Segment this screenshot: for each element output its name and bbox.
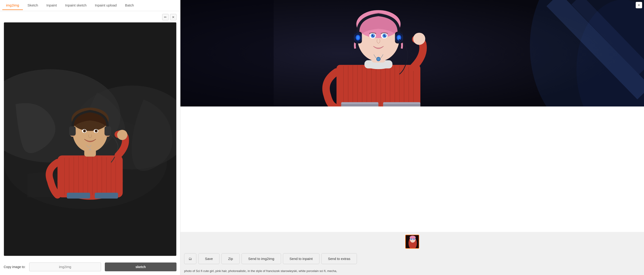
tab-inpaint-sketch[interactable]: Inpaint sketch bbox=[62, 1, 90, 10]
svg-rect-87 bbox=[383, 102, 420, 104]
copy-label: Copy image to: bbox=[4, 265, 26, 269]
svg-point-67 bbox=[372, 34, 374, 37]
close-icon: ✕ bbox=[172, 15, 175, 19]
svg-point-93 bbox=[413, 238, 415, 240]
left-panel: img2img Sketch Inpaint Inpaint sketch In… bbox=[0, 0, 180, 275]
tab-inpaint[interactable]: Inpaint bbox=[43, 1, 60, 10]
send-to-extras-button[interactable]: Send to extras bbox=[321, 253, 357, 264]
copy-image-row: Copy image to: img2img sketch bbox=[4, 262, 176, 271]
svg-point-81 bbox=[413, 33, 425, 45]
close-icon: ✕ bbox=[638, 3, 640, 7]
svg-point-24 bbox=[95, 130, 98, 132]
output-thumbnail[interactable] bbox=[405, 235, 419, 249]
svg-point-70 bbox=[385, 35, 386, 36]
generated-image bbox=[180, 0, 644, 107]
svg-rect-5 bbox=[58, 155, 123, 197]
save-button[interactable]: Save bbox=[198, 253, 220, 264]
svg-point-69 bbox=[373, 35, 374, 36]
copy-to-sketch-button[interactable]: sketch bbox=[105, 262, 176, 271]
uploaded-image-container[interactable] bbox=[4, 22, 176, 256]
tab-batch[interactable]: Batch bbox=[121, 1, 138, 10]
svg-rect-39 bbox=[180, 0, 274, 107]
svg-rect-31 bbox=[67, 193, 90, 199]
svg-rect-86 bbox=[341, 102, 378, 104]
tab-sketch[interactable]: Sketch bbox=[24, 1, 42, 10]
svg-point-92 bbox=[410, 238, 412, 240]
output-image bbox=[180, 0, 644, 107]
pencil-icon: ✏ bbox=[164, 15, 167, 19]
zip-button[interactable]: Zip bbox=[222, 253, 240, 264]
tab-bar: img2img Sketch Inpaint Inpaint sketch In… bbox=[0, 0, 180, 11]
svg-point-23 bbox=[83, 130, 86, 132]
svg-point-29 bbox=[117, 130, 127, 140]
copy-to-img2img-button[interactable]: img2img bbox=[29, 262, 101, 271]
bottom-controls: Copy image to: img2img sketch bbox=[0, 259, 180, 275]
right-panel: ✕ bbox=[180, 0, 644, 275]
action-buttons: 🗂 Save Zip Send to img2img Send to inpai… bbox=[180, 251, 644, 267]
image-toolbar: ✏ ✕ bbox=[4, 14, 176, 20]
thumbnail-strip bbox=[180, 232, 644, 251]
tab-inpaint-upload[interactable]: Inpaint upload bbox=[91, 1, 120, 10]
output-image-area: ✕ bbox=[180, 0, 644, 232]
clear-image-button[interactable]: ✕ bbox=[170, 14, 176, 20]
send-to-inpaint-button[interactable]: Send to inpaint bbox=[283, 253, 320, 264]
prompt-text: photo of Sci fi cute girl, pink hair, ph… bbox=[180, 267, 644, 275]
edit-button[interactable]: ✏ bbox=[162, 14, 169, 20]
svg-point-68 bbox=[384, 34, 386, 37]
input-image bbox=[4, 23, 176, 256]
folder-button[interactable]: 🗂 bbox=[184, 253, 196, 264]
image-upload-area: ✏ ✕ bbox=[0, 11, 180, 259]
folder-icon: 🗂 bbox=[188, 257, 192, 261]
svg-rect-41 bbox=[336, 65, 420, 107]
close-output-button[interactable]: ✕ bbox=[636, 2, 642, 8]
svg-rect-32 bbox=[95, 193, 118, 199]
svg-rect-27 bbox=[69, 126, 76, 136]
send-to-img2img-button[interactable]: Send to img2img bbox=[242, 253, 281, 264]
svg-point-30 bbox=[89, 149, 91, 150]
tab-img2img[interactable]: img2img bbox=[2, 1, 23, 10]
svg-point-79 bbox=[354, 33, 362, 43]
